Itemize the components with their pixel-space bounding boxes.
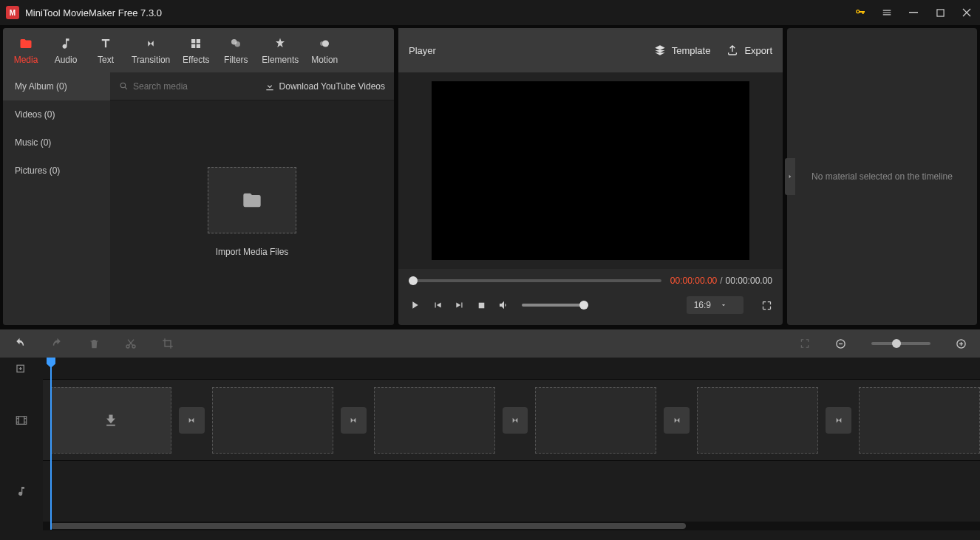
delete-button[interactable] <box>89 338 100 350</box>
upgrade-key-icon[interactable] <box>847 0 874 25</box>
clip-slot[interactable] <box>374 387 495 454</box>
video-track-icon <box>0 380 43 461</box>
template-button[interactable]: Template <box>654 44 711 56</box>
stack-icon <box>654 44 666 56</box>
prev-frame-button[interactable] <box>432 300 443 310</box>
inspector-collapse-handle[interactable] <box>785 158 795 195</box>
motion-icon <box>318 35 331 52</box>
clip-slot[interactable] <box>697 387 818 454</box>
transition-slot[interactable] <box>341 407 367 434</box>
download-youtube-button[interactable]: Download YouTube Videos <box>265 81 385 92</box>
svg-rect-20 <box>16 417 27 425</box>
transition-icon <box>144 35 157 52</box>
timeline <box>0 358 980 540</box>
media-content: Download YouTube Videos Import Media Fil… <box>110 72 394 325</box>
zoom-slider[interactable] <box>871 342 930 345</box>
tab-transition[interactable]: Transition <box>126 33 176 68</box>
timeline-ruler[interactable] <box>43 358 980 380</box>
folder-icon <box>18 35 33 52</box>
search-icon <box>119 81 129 91</box>
media-panel: Media Audio Text Transition Effects Filt… <box>3 28 394 325</box>
category-videos[interactable]: Videos (0) <box>3 100 110 129</box>
clip-slot[interactable] <box>535 387 656 454</box>
filters-icon <box>229 35 242 52</box>
app-title: MiniTool MovieMaker Free 7.3.0 <box>25 7 847 18</box>
playhead[interactable] <box>50 358 52 530</box>
audio-track-icon <box>0 461 43 522</box>
video-track[interactable] <box>43 380 980 461</box>
category-music[interactable]: Music (0) <box>3 129 110 157</box>
elements-icon <box>273 35 287 52</box>
transition-slot[interactable] <box>826 407 851 434</box>
next-frame-button[interactable] <box>455 300 465 310</box>
add-track-button[interactable] <box>0 358 43 380</box>
import-media-button[interactable] <box>208 167 296 233</box>
undo-button[interactable] <box>13 338 26 350</box>
svg-rect-5 <box>197 44 200 48</box>
minimize-button[interactable] <box>900 0 927 25</box>
menu-icon[interactable] <box>874 0 900 25</box>
import-label: Import Media Files <box>216 247 289 257</box>
category-my-album[interactable]: My Album (0) <box>3 72 110 100</box>
clip-slot[interactable] <box>859 387 980 454</box>
cut-button[interactable] <box>125 338 137 349</box>
clip-slot[interactable] <box>212 387 333 454</box>
timeline-toolbar <box>0 329 980 358</box>
export-button[interactable]: Export <box>727 44 772 56</box>
svg-rect-15 <box>839 343 843 344</box>
aspect-ratio-select[interactable]: 16:9 <box>687 296 743 314</box>
player-title: Player <box>409 45 638 56</box>
transition-slot[interactable] <box>503 407 528 434</box>
effects-icon <box>189 35 203 52</box>
timeline-scrollbar[interactable] <box>43 522 980 530</box>
transition-slot[interactable] <box>179 407 205 434</box>
svg-rect-4 <box>191 44 195 48</box>
volume-button[interactable] <box>498 299 510 311</box>
fullscreen-button[interactable] <box>761 300 772 311</box>
stop-button[interactable] <box>477 301 486 310</box>
text-icon <box>99 35 112 52</box>
svg-point-7 <box>235 41 241 47</box>
folder-icon <box>239 190 265 211</box>
redo-button[interactable] <box>51 338 64 350</box>
tab-motion[interactable]: Motion <box>304 33 344 68</box>
music-note-icon <box>59 35 72 52</box>
play-button[interactable] <box>409 299 421 311</box>
crop-button[interactable] <box>162 338 174 349</box>
svg-rect-2 <box>191 39 195 43</box>
preview-area <box>398 72 783 269</box>
tab-effects[interactable]: Effects <box>176 33 216 68</box>
svg-rect-3 <box>197 39 200 43</box>
tab-audio[interactable]: Audio <box>46 33 86 68</box>
close-button[interactable] <box>953 0 980 25</box>
time-total: 00:00:00.00 <box>726 276 772 286</box>
player-panel: Player Template Export 00:00:00.00 / 00:… <box>398 28 783 325</box>
zoom-in-button[interactable] <box>956 338 967 349</box>
tab-text[interactable]: Text <box>86 33 126 68</box>
maximize-button[interactable] <box>927 0 953 25</box>
svg-rect-18 <box>961 342 962 346</box>
tab-media[interactable]: Media <box>6 33 46 68</box>
zoom-out-button[interactable] <box>835 338 846 349</box>
tab-filters[interactable]: Filters <box>216 33 256 68</box>
inspector-panel: No material selected on the timeline <box>787 28 977 325</box>
svg-rect-11 <box>479 302 485 308</box>
time-current: 00:00:00.00 <box>670 276 717 286</box>
main-toolbar: Media Audio Text Transition Effects Filt… <box>3 28 394 72</box>
export-icon <box>727 44 738 56</box>
chevron-down-icon <box>720 301 727 309</box>
title-bar: M MiniTool MovieMaker Free 7.3.0 <box>0 0 980 25</box>
clip-slot[interactable] <box>50 387 171 454</box>
transition-slot[interactable] <box>664 407 690 434</box>
fit-zoom-button[interactable] <box>800 338 810 349</box>
inspector-empty-text: No material selected on the timeline <box>811 171 953 182</box>
svg-point-10 <box>120 83 126 88</box>
category-pictures[interactable]: Pictures (0) <box>3 157 110 185</box>
search-input[interactable] <box>133 81 222 92</box>
app-logo: M <box>6 6 19 19</box>
scrub-slider[interactable] <box>409 279 661 282</box>
volume-slider[interactable] <box>522 304 588 307</box>
tab-elements[interactable]: Elements <box>256 33 304 68</box>
video-preview[interactable] <box>432 81 749 260</box>
audio-track[interactable] <box>43 461 980 522</box>
